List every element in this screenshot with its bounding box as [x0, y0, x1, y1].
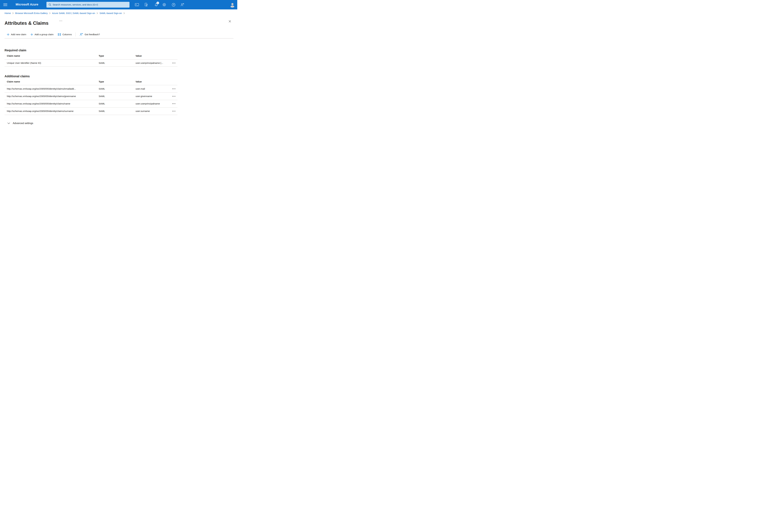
toolbar-divider — [75, 32, 76, 36]
cloud-shell-icon — [135, 3, 139, 7]
column-header-type: Type — [99, 55, 136, 57]
columns-button[interactable]: Columns — [58, 32, 72, 36]
toolbar-rule — [5, 38, 233, 39]
row-menu-button[interactable] — [172, 110, 176, 112]
breadcrumb-separator-icon — [124, 12, 125, 14]
close-button[interactable] — [228, 19, 232, 23]
hamburger-menu-button[interactable] — [3, 3, 8, 7]
breadcrumb-separator-icon — [49, 12, 50, 14]
cell-type: SAML — [99, 110, 136, 112]
global-search[interactable] — [47, 2, 130, 8]
breadcrumb-item-gallery[interactable]: Browse Microsoft Entra Gallery — [15, 12, 48, 15]
add-new-claim-button[interactable]: Add new claim — [7, 32, 26, 36]
breadcrumb-separator-icon — [13, 12, 14, 14]
cell-value: user.surname — [136, 110, 169, 112]
cell-value: user.mail — [136, 87, 169, 90]
cell-claim-name: http://schemas.xmlsoap.org/ws/2005/05/id… — [5, 95, 99, 98]
feedback-button[interactable] — [179, 2, 185, 8]
breadcrumb-separator-icon — [97, 12, 98, 14]
breadcrumb-item-home[interactable]: Home — [5, 12, 11, 15]
table-row[interactable]: http://schemas.xmlsoap.org/ws/2005/05/id… — [5, 85, 178, 93]
column-header-value: Value — [136, 80, 169, 83]
breadcrumb-item-saml-signon[interactable]: SAML-based Sign-on — [100, 12, 122, 15]
row-menu-button[interactable] — [172, 62, 176, 64]
gear-icon — [162, 3, 166, 7]
title-overflow-menu-button[interactable] — [59, 20, 63, 22]
additional-claims-table: Claim name Type Value http://schemas.xml… — [5, 78, 178, 115]
feedback-person-icon — [80, 33, 83, 36]
required-claim-heading: Required claim — [5, 49, 26, 52]
help-button[interactable]: ? — [171, 2, 177, 8]
search-input[interactable] — [51, 2, 130, 8]
account-avatar[interactable] — [229, 2, 235, 8]
column-header-type: Type — [99, 80, 136, 83]
cell-value: user.userprincipalname — [136, 102, 169, 105]
cell-value: user.userprincipalname [... — [136, 61, 169, 64]
page-title: Attributes & Claims — [5, 20, 49, 26]
azure-brand-title[interactable]: Microsoft Azure — [16, 3, 38, 6]
cell-value: user.givenname — [136, 95, 169, 98]
got-feedback-button[interactable]: Got feedback? — [79, 32, 100, 37]
cell-type: SAML — [99, 61, 136, 64]
advanced-settings-toggle[interactable]: Advanced settings — [7, 121, 33, 125]
additional-claims-heading: Additional claims — [5, 74, 30, 78]
avatar-person-icon — [229, 2, 235, 8]
table-header-row: Claim name Type Value — [5, 78, 178, 85]
row-menu-button[interactable] — [172, 102, 176, 105]
add-group-claim-button[interactable]: Add a group claim — [30, 32, 54, 36]
table-header-row: Claim name Type Value — [5, 52, 178, 60]
add-new-claim-label: Add new claim — [11, 33, 26, 36]
directories-filter-icon — [144, 3, 148, 7]
add-group-claim-label: Add a group claim — [35, 33, 54, 36]
feedback-person-icon — [180, 3, 184, 7]
chevron-down-icon — [8, 123, 10, 124]
help-icon: ? — [172, 3, 176, 7]
row-menu-button[interactable] — [172, 95, 176, 97]
row-menu-button[interactable] — [172, 88, 176, 90]
advanced-settings-label: Advanced settings — [13, 122, 33, 125]
directories-filter-button[interactable] — [143, 2, 149, 8]
plus-icon — [7, 33, 9, 36]
cell-claim-name: http://schemas.xmlsoap.org/ws/2005/05/id… — [5, 110, 99, 112]
notification-count-badge: 2 — [156, 2, 159, 4]
settings-button[interactable] — [161, 2, 167, 8]
command-bar: Add new claim Add a group claim Columns — [7, 32, 100, 37]
table-row[interactable]: http://schemas.xmlsoap.org/ws/2005/05/id… — [5, 93, 178, 100]
cloud-shell-button[interactable] — [134, 2, 140, 8]
breadcrumb-item-app-sso[interactable]: Azure SAML SSO | SAML-based Sign-on — [52, 12, 95, 15]
cell-type: SAML — [99, 95, 136, 98]
azure-portal-window: Microsoft Azure — [0, 0, 237, 133]
table-row[interactable]: http://schemas.xmlsoap.org/ws/2005/05/id… — [5, 100, 178, 107]
notifications-button[interactable]: 2 — [153, 2, 159, 8]
table-row[interactable]: Unique User Identifier (Name ID) SAML us… — [5, 60, 178, 67]
svg-text:?: ? — [173, 4, 174, 6]
close-icon — [229, 20, 231, 23]
cell-type: SAML — [99, 102, 136, 105]
column-header-value: Value — [136, 55, 169, 57]
cell-claim-name: Unique User Identifier (Name ID) — [5, 61, 99, 64]
breadcrumb: Home Browse Microsoft Entra Gallery Azur… — [5, 12, 126, 15]
required-claim-table: Claim name Type Value Unique User Identi… — [5, 52, 178, 67]
columns-icon — [58, 33, 61, 36]
got-feedback-label: Got feedback? — [85, 33, 100, 36]
cell-claim-name: http://schemas.xmlsoap.org/ws/2005/05/id… — [5, 102, 99, 105]
search-icon — [49, 3, 51, 6]
columns-label: Columns — [62, 33, 72, 36]
plus-icon — [30, 33, 33, 36]
column-header-claim-name: Claim name — [5, 80, 99, 83]
topbar: Microsoft Azure — [0, 0, 237, 9]
column-header-claim-name: Claim name — [5, 55, 99, 57]
cell-claim-name: http://schemas.xmlsoap.org/ws/2005/05/id… — [5, 87, 99, 90]
cell-type: SAML — [99, 87, 136, 90]
table-row[interactable]: http://schemas.xmlsoap.org/ws/2005/05/id… — [5, 107, 178, 115]
